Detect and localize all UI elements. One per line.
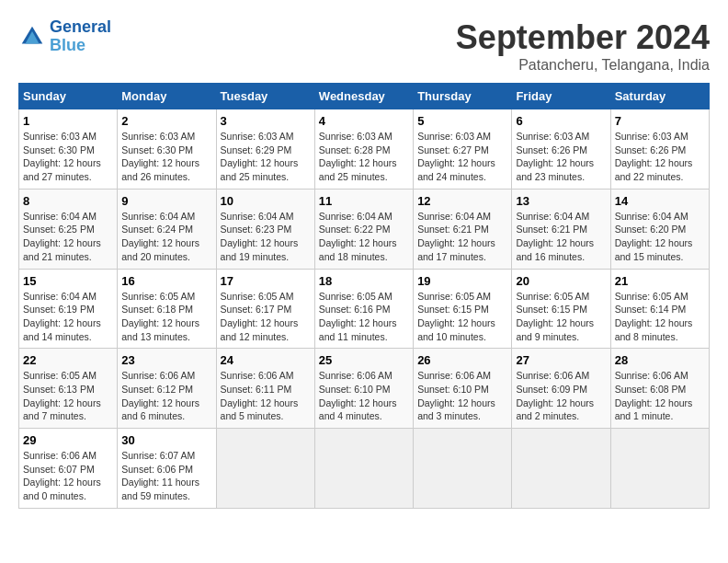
daylight-label: Daylight: 12 hours [23,397,101,408]
daylight-minutes: and 12 minutes. [221,331,290,342]
location-subtitle: Patancheru, Telangana, India [456,57,710,74]
day-cell: 4 Sunrise: 6:03 AM Sunset: 6:28 PM Dayli… [314,109,413,190]
daylight-minutes: and 27 minutes. [23,171,92,182]
daylight-minutes: and 59 minutes. [121,490,190,501]
sunrise-label: Sunrise: 6:03 AM [615,131,688,142]
sunset-label: Sunset: 6:20 PM [615,224,687,235]
day-cell: 12 Sunrise: 6:04 AM Sunset: 6:21 PM Dayl… [414,189,512,269]
daylight-minutes: and 21 minutes. [23,251,92,262]
sunrise-label: Sunrise: 6:05 AM [221,291,294,302]
sunset-label: Sunset: 6:28 PM [319,144,391,155]
sunrise-label: Sunrise: 6:06 AM [417,370,491,381]
day-cell: 14 Sunrise: 6:04 AM Sunset: 6:20 PM Dayl… [610,189,709,269]
sunrise-label: Sunrise: 6:05 AM [615,291,688,302]
sunset-label: Sunset: 6:30 PM [23,144,95,155]
day-cell: 30 Sunrise: 6:07 AM Sunset: 6:06 PM Dayl… [118,429,216,509]
sunrise-label: Sunrise: 6:03 AM [221,131,294,142]
day-number: 20 [516,274,606,288]
header-cell-wednesday: Wednesday [314,84,413,109]
day-info: Sunrise: 6:06 AM Sunset: 6:11 PM Dayligh… [221,369,311,423]
day-number: 5 [417,114,507,128]
day-number: 2 [121,114,211,128]
sunset-label: Sunset: 6:22 PM [319,224,391,235]
day-info: Sunrise: 6:04 AM Sunset: 6:19 PM Dayligh… [23,290,113,344]
day-cell: 29 Sunrise: 6:06 AM Sunset: 6:07 PM Dayl… [19,429,118,509]
day-number: 1 [23,114,113,128]
day-info: Sunrise: 6:06 AM Sunset: 6:09 PM Dayligh… [516,369,606,423]
day-number: 6 [516,114,606,128]
sunset-label: Sunset: 6:19 PM [23,304,95,315]
sunset-label: Sunset: 6:26 PM [615,144,687,155]
day-info: Sunrise: 6:03 AM Sunset: 6:27 PM Dayligh… [417,130,507,184]
day-info: Sunrise: 6:06 AM Sunset: 6:07 PM Dayligh… [23,449,113,503]
header-cell-monday: Monday [118,84,216,109]
daylight-label: Daylight: 12 hours [615,317,693,328]
day-cell: 13 Sunrise: 6:04 AM Sunset: 6:21 PM Dayl… [512,189,610,269]
day-number: 10 [221,194,311,208]
day-cell: 18 Sunrise: 6:05 AM Sunset: 6:16 PM Dayl… [314,269,413,349]
daylight-minutes: and 3 minutes. [417,410,481,421]
daylight-label: Daylight: 11 hours [121,477,199,488]
calendar-table: SundayMondayTuesdayWednesdayThursdayFrid… [18,83,710,509]
daylight-minutes: and 5 minutes. [221,410,284,421]
day-number: 27 [516,353,606,367]
header-row: SundayMondayTuesdayWednesdayThursdayFrid… [19,84,710,109]
sunset-label: Sunset: 6:17 PM [221,304,292,315]
day-number: 13 [516,194,606,208]
daylight-minutes: and 7 minutes. [23,410,86,421]
daylight-label: Daylight: 12 hours [615,397,693,408]
sunrise-label: Sunrise: 6:06 AM [221,370,294,381]
logo-text: General Blue [50,18,111,55]
daylight-minutes: and 10 minutes. [417,331,486,342]
daylight-minutes: and 25 minutes. [319,171,388,182]
day-number: 24 [221,353,311,367]
sunset-label: Sunset: 6:14 PM [615,304,687,315]
sunrise-label: Sunrise: 6:05 AM [23,370,97,381]
daylight-minutes: and 19 minutes. [221,251,290,262]
daylight-minutes: and 14 minutes. [23,331,92,342]
header-cell-friday: Friday [512,84,610,109]
sunrise-label: Sunrise: 6:07 AM [121,450,195,461]
day-cell: 1 Sunrise: 6:03 AM Sunset: 6:30 PM Dayli… [19,109,118,190]
day-number: 25 [319,353,409,367]
day-info: Sunrise: 6:04 AM Sunset: 6:22 PM Dayligh… [319,210,409,264]
daylight-minutes: and 26 minutes. [121,171,190,182]
day-number: 26 [417,353,507,367]
daylight-minutes: and 11 minutes. [319,331,388,342]
day-number: 30 [121,433,211,447]
daylight-label: Daylight: 12 hours [319,317,397,328]
sunrise-label: Sunrise: 6:04 AM [516,211,589,222]
day-info: Sunrise: 6:04 AM Sunset: 6:24 PM Dayligh… [121,210,211,264]
daylight-minutes: and 4 minutes. [319,410,382,421]
daylight-label: Daylight: 12 hours [319,157,397,168]
day-cell: 2 Sunrise: 6:03 AM Sunset: 6:30 PM Dayli… [118,109,216,190]
sunset-label: Sunset: 6:30 PM [121,144,193,155]
sunrise-label: Sunrise: 6:05 AM [319,291,392,302]
day-info: Sunrise: 6:05 AM Sunset: 6:13 PM Dayligh… [23,369,113,423]
sunset-label: Sunset: 6:21 PM [417,224,489,235]
week-row-4: 22 Sunrise: 6:05 AM Sunset: 6:13 PM Dayl… [19,349,710,429]
sunset-label: Sunset: 6:26 PM [516,144,587,155]
sunset-label: Sunset: 6:11 PM [221,384,292,395]
logo-icon [18,23,46,51]
daylight-label: Daylight: 12 hours [417,237,495,248]
day-info: Sunrise: 6:05 AM Sunset: 6:16 PM Dayligh… [319,290,409,344]
daylight-label: Daylight: 12 hours [23,477,101,488]
day-info: Sunrise: 6:03 AM Sunset: 6:26 PM Dayligh… [516,130,606,184]
daylight-minutes: and 18 minutes. [319,251,388,262]
day-number: 19 [417,274,507,288]
sunrise-label: Sunrise: 6:05 AM [121,291,195,302]
sunrise-label: Sunrise: 6:06 AM [615,370,688,381]
week-row-3: 15 Sunrise: 6:04 AM Sunset: 6:19 PM Dayl… [19,269,710,349]
sunrise-label: Sunrise: 6:04 AM [615,211,688,222]
sunrise-label: Sunrise: 6:04 AM [319,211,392,222]
daylight-label: Daylight: 12 hours [319,237,397,248]
day-cell: 9 Sunrise: 6:04 AM Sunset: 6:24 PM Dayli… [118,189,216,269]
daylight-minutes: and 2 minutes. [516,410,579,421]
day-cell: 5 Sunrise: 6:03 AM Sunset: 6:27 PM Dayli… [414,109,512,190]
daylight-label: Daylight: 12 hours [417,397,495,408]
sunset-label: Sunset: 6:15 PM [417,304,489,315]
daylight-label: Daylight: 12 hours [516,317,594,328]
day-info: Sunrise: 6:03 AM Sunset: 6:28 PM Dayligh… [319,130,409,184]
day-cell: 8 Sunrise: 6:04 AM Sunset: 6:25 PM Dayli… [19,189,118,269]
